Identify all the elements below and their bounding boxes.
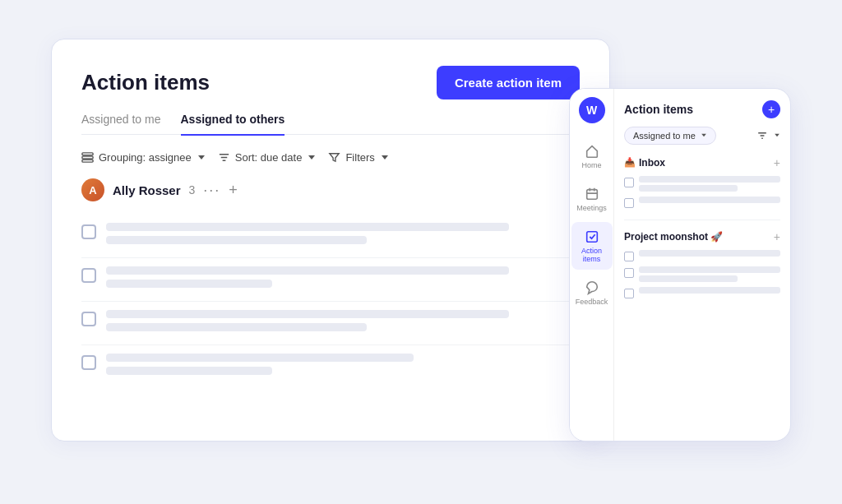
task-checkbox[interactable] (81, 355, 96, 370)
inbox-section-title: 📥 Inbox (624, 157, 665, 169)
more-options-button[interactable]: ··· (203, 182, 220, 199)
task-checkbox[interactable] (81, 312, 96, 326)
skeleton-text (106, 236, 367, 244)
mobile-filter-pill[interactable]: Assigned to me (624, 127, 716, 145)
mobile-content-header: Action items + (624, 100, 780, 118)
sidebar-item-feedback[interactable]: Feedback (571, 273, 613, 312)
home-icon (584, 143, 600, 160)
sidebar-item-action-items[interactable]: Action items (571, 222, 613, 270)
skeleton-text (639, 275, 738, 282)
skeleton-text (106, 310, 509, 318)
create-action-item-button[interactable]: Create action item (437, 66, 580, 99)
main-card-header: Action items Create action item (81, 66, 580, 99)
mobile-filter-row: Assigned to me (624, 127, 780, 145)
list-item (624, 197, 780, 208)
table-row (81, 345, 580, 388)
task-checkbox[interactable] (624, 289, 634, 298)
task-checkbox[interactable] (624, 268, 634, 278)
inbox-icon: 📥 (624, 157, 636, 168)
grouping-icon (81, 151, 94, 164)
moonshot-section: Project moonshot 🚀 + (624, 230, 780, 298)
moonshot-section-header: Project moonshot 🚀 + (624, 230, 780, 243)
filters-button[interactable]: Filters (328, 151, 387, 164)
chevron-down-icon (308, 155, 315, 160)
mobile-add-button[interactable]: + (762, 100, 780, 118)
page-title: Action items (81, 70, 210, 95)
skeleton-text (106, 367, 272, 375)
list-item (624, 266, 780, 282)
sort-icon (218, 151, 230, 164)
skeleton-text (639, 197, 780, 203)
filter-icon (328, 151, 340, 164)
sort-button[interactable]: Sort: due date (218, 151, 316, 164)
inbox-section: 📥 Inbox + (624, 156, 780, 208)
sidebar-item-label: Meetings (576, 204, 607, 212)
mobile-avatar: W (579, 97, 605, 123)
mobile-content: Action items + Assigned to me (614, 89, 790, 441)
skeleton-text (639, 287, 780, 294)
assignee-avatar: A (81, 178, 104, 201)
sidebar-item-label: Home (581, 161, 601, 169)
sidebar-item-meetings[interactable]: Meetings (571, 179, 613, 219)
skeleton-text (106, 266, 509, 275)
divider (624, 220, 780, 220)
mobile-sidebar: W Home Meetings (570, 89, 614, 441)
task-checkbox[interactable] (624, 178, 634, 187)
mobile-filter-icon[interactable] (756, 129, 780, 142)
sidebar-item-label: Feedback (576, 298, 608, 306)
tab-assigned-to-others[interactable]: Assigned to others (181, 113, 285, 136)
list-item (624, 287, 780, 298)
assignee-name: Ally Rosser (113, 183, 181, 197)
chevron-down-icon (701, 134, 706, 137)
task-checkbox[interactable] (81, 268, 96, 283)
skeleton-text (639, 185, 738, 192)
svg-rect-3 (586, 189, 597, 199)
svg-rect-4 (586, 231, 597, 242)
task-checkbox[interactable] (81, 224, 96, 239)
svg-rect-1 (82, 156, 93, 159)
svg-rect-0 (82, 153, 93, 155)
skeleton-text (639, 266, 780, 273)
task-checkbox[interactable] (624, 198, 634, 208)
table-row (81, 258, 580, 302)
chevron-down-icon (775, 134, 780, 137)
tabs: Assigned to me Assigned to others (81, 113, 580, 136)
grouping-button[interactable]: Grouping: assignee (81, 151, 205, 164)
skeleton-text (106, 323, 367, 331)
skeleton-text (106, 280, 272, 288)
list-item (624, 176, 780, 192)
assignee-row: A Ally Rosser 3 ··· + (81, 178, 580, 201)
sidebar-item-label: Action items (575, 247, 609, 263)
toolbar: Grouping: assignee Sort: due date Filter… (81, 151, 580, 164)
meetings-icon (584, 186, 600, 202)
inbox-add-button[interactable]: + (774, 156, 780, 169)
task-checkbox[interactable] (624, 252, 634, 261)
table-row (81, 215, 580, 258)
feedback-icon (584, 280, 600, 296)
checkbox-icon (584, 229, 600, 245)
inbox-section-header: 📥 Inbox + (624, 156, 780, 169)
mobile-card: W Home Meetings (569, 88, 791, 442)
moonshot-section-title: Project moonshot 🚀 (624, 231, 723, 243)
chevron-down-icon (382, 155, 388, 160)
moonshot-add-button[interactable]: + (774, 230, 780, 243)
chevron-down-icon (198, 155, 205, 160)
list-item (624, 250, 780, 261)
add-assignee-button[interactable]: + (229, 182, 238, 199)
skeleton-text (106, 354, 414, 362)
skeleton-text (106, 223, 509, 231)
table-row (81, 302, 580, 345)
assignee-count: 3 (189, 183, 196, 197)
main-card: Action items Create action item Assigned… (51, 39, 610, 442)
sidebar-item-home[interactable]: Home (571, 136, 613, 176)
mobile-page-title: Action items (624, 103, 693, 116)
skeleton-text (639, 250, 780, 257)
tab-assigned-to-me[interactable]: Assigned to me (81, 113, 161, 136)
skeleton-text (639, 176, 780, 183)
svg-rect-2 (82, 160, 93, 162)
action-list (81, 215, 580, 388)
